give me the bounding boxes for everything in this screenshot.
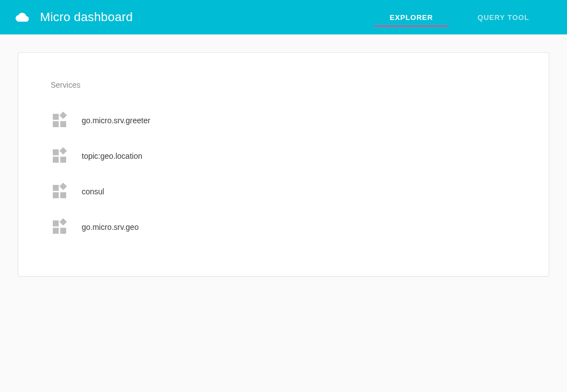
app-title: Micro dashboard <box>40 10 133 24</box>
tab-label: QUERY TOOL <box>478 13 529 22</box>
service-name: topic:geo.location <box>82 152 142 160</box>
cloud-icon <box>16 11 29 24</box>
list-item[interactable]: go.micro.srv.greeter <box>51 103 516 138</box>
tab-explorer[interactable]: EXPLORER <box>367 0 455 34</box>
logo-block: Micro dashboard <box>16 10 133 24</box>
list-item[interactable]: topic:geo.location <box>51 138 516 174</box>
list-item[interactable]: go.micro.srv.geo <box>51 209 516 245</box>
service-name: go.micro.srv.greeter <box>82 116 150 125</box>
content-area: Services go.micro.srv.greeter topic:geo.… <box>0 34 567 294</box>
widgets-icon <box>51 218 68 236</box>
service-name: go.micro.srv.geo <box>82 223 138 232</box>
services-card: Services go.micro.srv.greeter topic:geo.… <box>18 52 549 277</box>
tab-query-tool[interactable]: QUERY TOOL <box>455 0 551 34</box>
list-item[interactable]: consul <box>51 174 516 209</box>
app-header: Micro dashboard EXPLORER QUERY TOOL <box>0 0 567 34</box>
header-tabs: EXPLORER QUERY TOOL <box>367 0 551 34</box>
widgets-icon <box>51 183 68 200</box>
tab-label: EXPLORER <box>390 13 433 22</box>
widgets-icon <box>51 147 68 165</box>
section-title: Services <box>51 81 516 89</box>
widgets-icon <box>51 112 68 129</box>
service-name: consul <box>82 187 104 196</box>
